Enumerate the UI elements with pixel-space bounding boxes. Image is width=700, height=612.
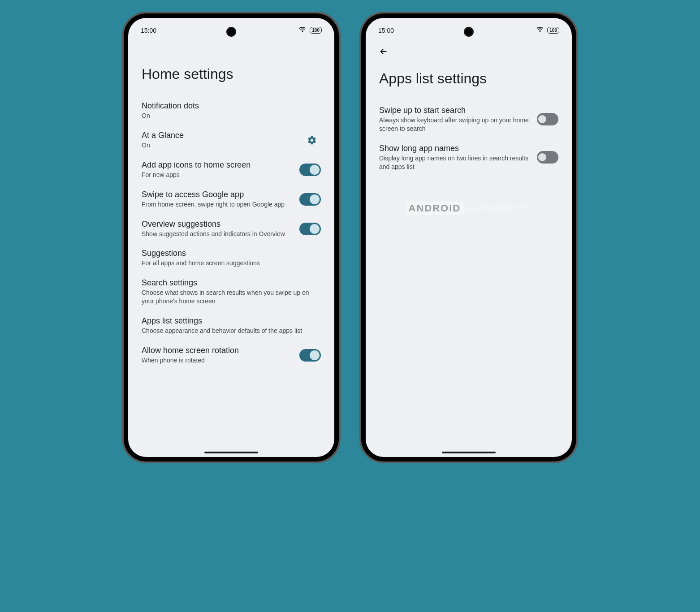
toggle-switch[interactable]	[299, 223, 321, 235]
camera-cutout	[226, 27, 236, 37]
setting-title: Overview suggestions	[142, 220, 292, 229]
setting-sub: From home screen, swipe right to open Go…	[142, 200, 292, 209]
setting-text: Notification dots On	[142, 101, 321, 120]
watermark-a: ANDROID	[409, 203, 461, 214]
setting-text: Add app icons to home screen For new app…	[142, 160, 292, 179]
setting-text: Overview suggestions Show suggested acti…	[142, 220, 292, 238]
battery-icon: 100	[310, 27, 322, 34]
camera-cutout	[464, 27, 474, 37]
watermark: ANDROID AUTHORITY	[405, 202, 533, 215]
settings-list-right[interactable]: Swipe up to start search Always show key…	[366, 100, 572, 177]
setting-sub: When phone is rotated	[142, 356, 292, 365]
gear-button[interactable]	[303, 131, 321, 149]
setting-row[interactable]: Apps list settings Choose appearance and…	[142, 311, 321, 340]
home-indicator[interactable]	[204, 452, 258, 453]
setting-text: Show long app names Display long app nam…	[379, 144, 530, 171]
gear-icon	[307, 135, 317, 145]
setting-row[interactable]: Add app icons to home screen For new app…	[142, 155, 321, 185]
setting-title: Allow home screen rotation	[142, 346, 292, 355]
phone-right: 15:00 100 Apps list settings Swipe up to…	[361, 13, 576, 461]
setting-title: Show long app names	[379, 144, 530, 153]
setting-sub: For new apps	[142, 171, 292, 179]
back-row	[366, 39, 572, 57]
setting-title: Add app icons to home screen	[142, 160, 292, 170]
status-right: 100	[536, 26, 559, 34]
phone-left: 15:00 100 Home settings Notification dot…	[124, 13, 339, 461]
settings-list-left[interactable]: Notification dots On At a Glance On Add …	[128, 96, 334, 370]
setting-sub: Choose appearance and behavior defaults …	[142, 327, 321, 335]
setting-row[interactable]: Show long app names Display long app nam…	[379, 138, 558, 177]
wifi-icon	[299, 26, 306, 34]
arrow-left-icon	[379, 47, 389, 56]
setting-text: At a Glance On	[142, 131, 296, 150]
page-title: Apps list settings	[366, 57, 572, 100]
setting-row[interactable]: Swipe up to start search Always show key…	[379, 100, 558, 138]
setting-title: Apps list settings	[142, 316, 321, 326]
toggle-switch[interactable]	[299, 193, 321, 206]
setting-row[interactable]: Overview suggestions Show suggested acti…	[142, 214, 321, 244]
setting-text: Apps list settings Choose appearance and…	[142, 316, 321, 335]
wifi-icon	[536, 26, 544, 34]
setting-title: Search settings	[142, 278, 321, 288]
battery-icon: 100	[547, 27, 559, 34]
setting-title: At a Glance	[142, 131, 296, 140]
setting-title: Swipe to access Google app	[142, 190, 292, 199]
setting-text: Search settings Choose what shows in sea…	[142, 278, 321, 306]
toggle-switch[interactable]	[299, 349, 321, 362]
watermark-b: AUTHORITY	[467, 203, 532, 214]
toggle-switch[interactable]	[537, 113, 558, 125]
home-indicator[interactable]	[442, 452, 496, 453]
setting-text: Suggestions For all apps and home screen…	[142, 249, 321, 267]
page-title: Home settings	[128, 39, 334, 96]
screen-right: 15:00 100 Apps list settings Swipe up to…	[366, 18, 572, 457]
setting-sub: On	[142, 141, 296, 150]
setting-sub: Display long app names on two lines in s…	[379, 154, 530, 171]
setting-sub: Show suggested actions and indicators in…	[142, 230, 292, 238]
setting-row[interactable]: Swipe to access Google app From home scr…	[142, 185, 321, 214]
toggle-switch[interactable]	[537, 151, 558, 164]
setting-text: Swipe up to start search Always show key…	[379, 106, 530, 133]
screen-left: 15:00 100 Home settings Notification dot…	[128, 18, 334, 457]
setting-text: Allow home screen rotation When phone is…	[142, 346, 292, 365]
setting-row[interactable]: Search settings Choose what shows in sea…	[142, 273, 321, 311]
setting-row[interactable]: Suggestions For all apps and home screen…	[142, 243, 321, 273]
setting-row[interactable]: Allow home screen rotation When phone is…	[142, 340, 321, 370]
setting-row[interactable]: Notification dots On	[142, 96, 321, 125]
setting-title: Swipe up to start search	[379, 106, 530, 115]
setting-sub: Always show keyboard after swiping up on…	[379, 116, 530, 133]
status-time: 15:00	[378, 27, 394, 34]
status-right: 100	[299, 26, 322, 34]
setting-row[interactable]: At a Glance On	[142, 125, 321, 155]
setting-title: Notification dots	[142, 101, 321, 111]
setting-sub: For all apps and home screen suggestions	[142, 259, 321, 267]
status-time: 15:00	[141, 27, 156, 34]
setting-title: Suggestions	[142, 249, 321, 258]
setting-text: Swipe to access Google app From home scr…	[142, 190, 292, 209]
setting-sub: On	[142, 112, 321, 120]
setting-sub: Choose what shows in search results when…	[142, 289, 321, 306]
toggle-switch[interactable]	[299, 164, 321, 176]
